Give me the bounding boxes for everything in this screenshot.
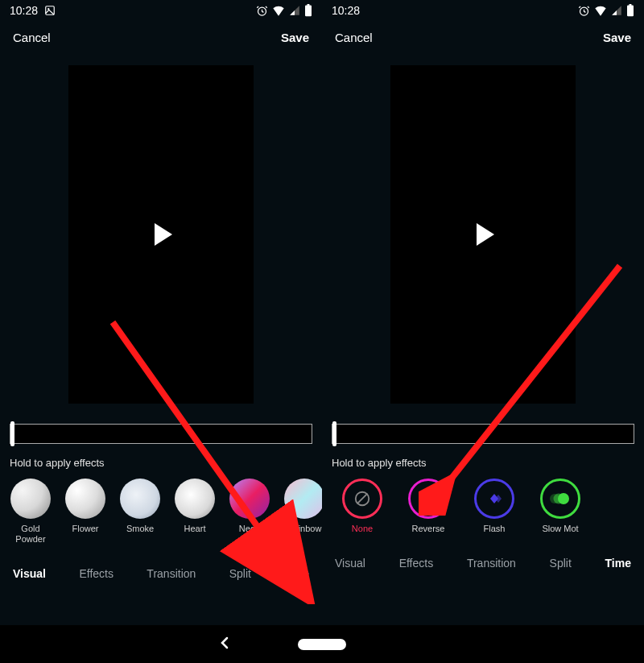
signal-icon — [611, 5, 622, 16]
timeline-handle[interactable] — [10, 421, 14, 446]
none-icon — [342, 479, 382, 519]
editor-header: Cancel Save — [0, 21, 322, 53]
image-icon — [44, 5, 56, 16]
android-nav-bar — [0, 625, 644, 663]
tab-time[interactable]: Time — [283, 562, 311, 585]
effect-thumb — [120, 479, 160, 519]
speed-icon — [540, 479, 580, 519]
tab-effects[interactable]: Effects — [77, 562, 115, 585]
diamond-icon — [474, 479, 514, 519]
effect-label: Slow Mot — [542, 524, 578, 534]
battery-icon — [304, 4, 312, 17]
effect-gold-powder[interactable]: Gold Powder — [3, 479, 58, 545]
visual-effects-row: Gold Powder Flower Smoke Heart Neon Rain… — [0, 479, 322, 545]
effect-flash[interactable]: Flash — [470, 479, 518, 534]
svg-point-14 — [550, 494, 559, 503]
effect-neon[interactable]: Neon — [222, 479, 277, 545]
svg-rect-4 — [307, 4, 309, 6]
tab-transition[interactable]: Transition — [145, 562, 197, 585]
effect-label: Gold Powder — [15, 524, 45, 545]
svg-rect-8 — [627, 6, 634, 17]
effect-reverse[interactable]: Reverse — [404, 479, 452, 534]
effect-none[interactable]: None — [338, 479, 386, 534]
effect-rainbow[interactable]: Rainbow — [277, 479, 322, 545]
svg-line-11 — [357, 494, 368, 504]
battery-icon — [626, 4, 634, 17]
hold-to-apply-label: Hold to apply effects — [10, 457, 312, 469]
effect-smoke[interactable]: Smoke — [113, 479, 167, 545]
hourglass-icon — [408, 479, 448, 519]
video-preview[interactable] — [68, 65, 254, 404]
save-button[interactable]: Save — [281, 31, 309, 44]
effect-label: None — [352, 524, 373, 534]
timeline[interactable] — [332, 424, 634, 444]
effect-thumb — [229, 479, 270, 519]
effect-label: Flower — [72, 524, 98, 534]
hold-to-apply-label: Hold to apply effects — [332, 457, 634, 469]
left-panel: 10:28 Cancel Save Hold to apply e — [0, 0, 322, 625]
tab-time[interactable]: Time — [604, 552, 633, 574]
effect-thumb — [65, 479, 105, 519]
timeline[interactable] — [10, 424, 312, 444]
effect-label: Flash — [484, 524, 506, 534]
status-bar: 10:28 — [0, 0, 322, 21]
status-icons — [256, 4, 312, 17]
status-time: 10:28 — [10, 4, 38, 17]
play-icon — [155, 223, 172, 246]
effect-category-tabs: Visual Effects Transition Split Time — [322, 552, 644, 574]
cancel-button[interactable]: Cancel — [13, 31, 51, 44]
tab-transition[interactable]: Transition — [465, 552, 518, 574]
preview-area — [0, 53, 322, 416]
wifi-icon — [272, 5, 285, 16]
effect-thumb — [284, 479, 322, 519]
tab-visual[interactable]: Visual — [333, 552, 367, 574]
effect-thumb — [10, 479, 51, 519]
effect-heart[interactable]: Heart — [167, 479, 222, 545]
cancel-button[interactable]: Cancel — [335, 31, 373, 44]
effect-flower[interactable]: Flower — [58, 479, 113, 545]
nav-home-pill[interactable] — [298, 639, 346, 650]
save-button[interactable]: Save — [603, 31, 631, 44]
time-effects-row: None Reverse Flash Slow Mot — [322, 479, 644, 534]
play-icon — [477, 223, 494, 246]
effect-category-tabs: Visual Effects Transition Split Time — [0, 562, 322, 585]
effect-label: Reverse — [412, 524, 445, 534]
svg-rect-3 — [305, 6, 312, 17]
signal-icon — [289, 5, 300, 16]
nav-back-icon[interactable] — [219, 636, 230, 653]
tab-visual[interactable]: Visual — [11, 562, 47, 585]
video-preview[interactable] — [390, 65, 576, 404]
alarm-icon — [578, 5, 590, 17]
effect-label: Rainbow — [287, 524, 322, 534]
effect-label: Smoke — [126, 524, 154, 534]
tab-split[interactable]: Split — [228, 562, 253, 585]
status-bar: 10:28 — [322, 0, 644, 21]
effect-label: Heart — [184, 524, 206, 534]
right-panel: 10:28 Cancel Save Hold to apply effects — [322, 0, 644, 625]
effect-thumb — [175, 479, 215, 519]
effect-slow-motion[interactable]: Slow Mot — [536, 479, 584, 534]
status-icons — [578, 4, 634, 17]
timeline-handle[interactable] — [332, 421, 336, 446]
preview-area — [322, 53, 644, 416]
effect-label: Neon — [239, 524, 260, 534]
editor-header: Cancel Save — [322, 21, 644, 53]
wifi-icon — [594, 5, 607, 16]
status-time: 10:28 — [332, 4, 360, 17]
tab-effects[interactable]: Effects — [398, 552, 436, 574]
svg-rect-9 — [629, 4, 631, 6]
tab-split[interactable]: Split — [548, 552, 573, 574]
alarm-icon — [256, 5, 268, 17]
